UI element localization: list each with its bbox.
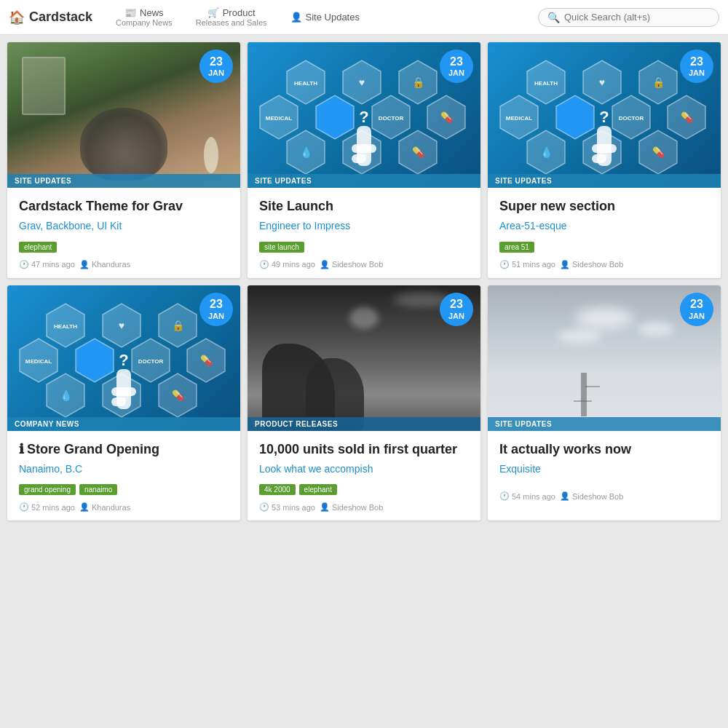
svg-text:💧: 💧: [540, 146, 553, 159]
card-title: Cardstack Theme for Grav: [19, 198, 229, 215]
clock-icon: 🕐: [19, 502, 29, 512]
svg-text:💊: 💊: [172, 389, 185, 402]
card-subtitle[interactable]: Nanaimo, B.C: [19, 462, 229, 475]
svg-text:?: ?: [119, 351, 128, 369]
nav-item-site-updates[interactable]: 👤 Site Updates: [279, 0, 371, 35]
card-subtitle[interactable]: Engineer to Impress: [259, 219, 469, 232]
card-item[interactable]: HEALTH♥🔒MEDICALDOCTOR💊💧🏥💊 ? 23 JAN SITE …: [488, 42, 721, 278]
card-body: Super new section Area-51-esque area 51 …: [488, 188, 721, 278]
author-icon: 👤: [560, 491, 570, 501]
nav-item-product[interactable]: 🛒 Product Releases and Sales: [184, 0, 279, 35]
date-badge: 23 JAN: [199, 50, 233, 83]
tag: nanaimo: [79, 484, 117, 495]
brand-logo[interactable]: 🏠 Cardstack: [9, 9, 104, 25]
author: 👤 Sideshow Bob: [320, 502, 383, 512]
time-ago: 🕐 54 mins ago: [499, 491, 555, 501]
date-badge: 23 JAN: [680, 50, 713, 83]
clock-icon: 🕐: [499, 491, 510, 501]
card-meta: 🕐 53 mins ago 👤 Sideshow Bob: [259, 502, 469, 512]
author: 👤 Sideshow Bob: [560, 491, 623, 501]
svg-rect-22: [352, 144, 376, 153]
card-subtitle[interactable]: Exquisite: [499, 462, 709, 475]
home-icon: 🏠: [9, 9, 25, 25]
svg-text:💊: 💊: [412, 146, 425, 159]
svg-text:MEDICAL: MEDICAL: [506, 115, 533, 122]
card-tags: site launch: [259, 242, 469, 253]
clock-icon: 🕐: [259, 260, 269, 269]
card-subtitle[interactable]: Grav, Backbone, UI Kit: [19, 219, 229, 232]
svg-rect-70: [111, 387, 136, 396]
svg-text:🔒: 🔒: [172, 320, 185, 332]
svg-text:💧: 💧: [60, 389, 73, 402]
card-meta: 🕐 49 mins ago 👤 Sideshow Bob: [259, 260, 469, 269]
svg-text:HEALTH: HEALTH: [534, 80, 558, 87]
svg-rect-23: [352, 154, 366, 163]
category-ribbon: SITE UPDATES: [7, 174, 240, 188]
card-subtitle[interactable]: Area-51-esque: [499, 219, 709, 232]
search-input[interactable]: [564, 12, 710, 23]
category-ribbon: PRODUCT RELEASES: [248, 417, 480, 431]
svg-text:💊: 💊: [440, 111, 454, 124]
tag: 4k 2000: [259, 484, 296, 495]
card-image: HEALTH♥🔒MEDICALDOCTOR💊💧🏥💊 ? 23 JAN SITE …: [248, 42, 480, 188]
card-tags: 4k 2000elephant: [259, 484, 469, 495]
date-badge: 23 JAN: [440, 293, 473, 326]
svg-marker-32: [556, 95, 594, 139]
time-ago: 🕐 52 mins ago: [19, 502, 75, 512]
card-item[interactable]: 23 JAN SITE UPDATES It actually works no…: [488, 285, 721, 521]
category-ribbon: SITE UPDATES: [248, 174, 480, 188]
clock-icon: 🕐: [259, 502, 269, 512]
author-icon: 👤: [320, 260, 330, 269]
card-meta: 🕐 52 mins ago 👤 Khanduras: [19, 502, 229, 512]
card-body: ℹStore Grand Opening Nanaimo, B.C grand …: [7, 431, 240, 521]
card-tags: elephant: [19, 242, 229, 253]
svg-text:♥: ♥: [599, 76, 605, 88]
card-image: HEALTH♥🔒MEDICALDOCTOR💊💧🏥💊 ? 23 JAN COMPA…: [7, 285, 240, 431]
clock-icon: 🕐: [499, 260, 510, 269]
svg-text:?: ?: [359, 108, 368, 126]
svg-text:DOCTOR: DOCTOR: [619, 115, 644, 122]
card-body: 10,000 units sold in first quarter Look …: [248, 431, 480, 521]
tag: area 51: [499, 242, 534, 253]
svg-rect-46: [592, 144, 617, 153]
card-grid: 23 JAN SITE UPDATES Cardstack Theme for …: [0, 35, 728, 528]
author: 👤 Khanduras: [79, 260, 130, 269]
author-icon: 👤: [320, 502, 330, 512]
card-tags: area 51: [499, 242, 709, 253]
top-navigation: 🏠 Cardstack 📰 News Company News 🛒 Produc…: [0, 0, 728, 35]
svg-text:💊: 💊: [652, 146, 665, 159]
category-ribbon: SITE UPDATES: [488, 174, 721, 188]
nav-item-news[interactable]: 📰 News Company News: [104, 0, 184, 35]
card-meta: 🕐 51 mins ago 👤 Sideshow Bob: [499, 260, 709, 269]
product-sub-label: Releases and Sales: [196, 18, 267, 27]
card-title: 10,000 units sold in first quarter: [259, 441, 469, 458]
site-updates-icon: 👤: [290, 12, 302, 23]
svg-text:HEALTH: HEALTH: [294, 80, 317, 87]
card-subtitle[interactable]: Look what we accompish: [259, 462, 469, 475]
card-item[interactable]: 23 JAN SITE UPDATES Cardstack Theme for …: [7, 42, 240, 278]
card-image: HEALTH♥🔒MEDICALDOCTOR💊💧🏥💊 ? 23 JAN SITE …: [488, 42, 721, 188]
news-sub-label: Company News: [116, 18, 173, 27]
time-ago: 🕐 47 mins ago: [19, 260, 75, 269]
svg-text:DOCTOR: DOCTOR: [379, 115, 404, 122]
card-item[interactable]: HEALTH♥🔒MEDICALDOCTOR💊💧🏥💊 ? 23 JAN COMPA…: [7, 285, 240, 521]
card-meta: 🕐 47 mins ago 👤 Khanduras: [19, 260, 229, 269]
time-ago: 🕐 51 mins ago: [499, 260, 555, 269]
date-badge: 23 JAN: [440, 50, 473, 83]
card-item[interactable]: HEALTH♥🔒MEDICALDOCTOR💊💧🏥💊 ? 23 JAN SITE …: [248, 42, 480, 278]
svg-rect-71: [111, 397, 126, 406]
news-icon: 📰: [124, 7, 136, 18]
svg-text:🔒: 🔒: [412, 76, 425, 89]
author-icon: 👤: [79, 502, 90, 512]
info-icon: ℹ: [19, 442, 24, 456]
card-meta: 🕐 54 mins ago 👤 Sideshow Bob: [499, 491, 709, 501]
svg-text:🔒: 🔒: [652, 76, 665, 89]
card-item[interactable]: 23 JAN PRODUCT RELEASES 10,000 units sol…: [248, 285, 480, 521]
svg-rect-47: [592, 154, 606, 163]
search-box[interactable]: 🔍: [538, 8, 719, 27]
card-title: Site Launch: [259, 198, 469, 215]
card-image: 23 JAN PRODUCT RELEASES: [248, 285, 480, 431]
author-icon: 👤: [560, 260, 570, 269]
svg-text:MEDICAL: MEDICAL: [266, 115, 293, 122]
category-ribbon: COMPANY NEWS: [7, 417, 240, 431]
